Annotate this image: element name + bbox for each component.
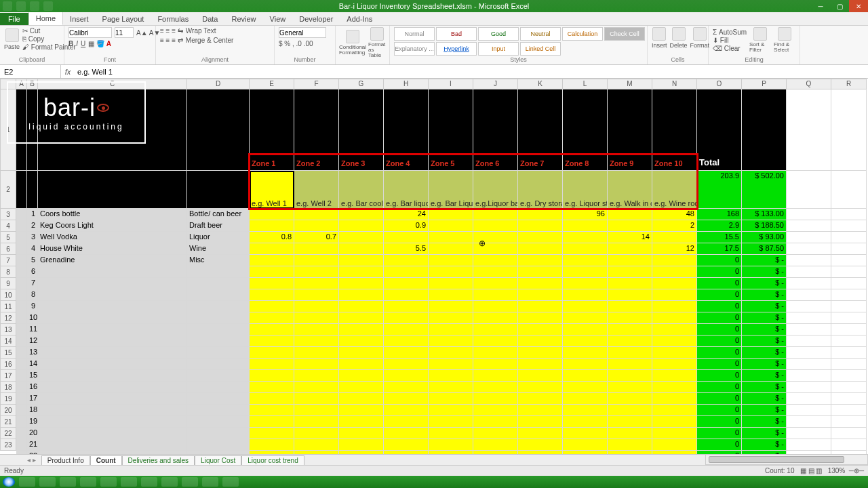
cell[interactable] xyxy=(339,243,384,255)
cell[interactable]: Zone 10 xyxy=(652,89,697,171)
start-button[interactable] xyxy=(3,477,15,487)
cell[interactable] xyxy=(787,382,831,393)
col-header-K[interactable]: K xyxy=(518,79,563,89)
cell[interactable] xyxy=(384,324,429,336)
cell[interactable] xyxy=(787,255,831,266)
cell[interactable] xyxy=(429,209,473,220)
cell[interactable]: $ - xyxy=(742,393,787,405)
cell[interactable]: e.g. Bar cooler xyxy=(339,171,384,209)
cell[interactable] xyxy=(831,89,867,171)
row-header-2[interactable]: 2 xyxy=(0,171,16,209)
conditional-formatting-button[interactable]: Conditional Formatting xyxy=(340,30,366,56)
cell[interactable]: 0 xyxy=(697,416,742,428)
cell[interactable] xyxy=(250,220,294,232)
fx-icon[interactable]: fx xyxy=(61,68,75,76)
cell[interactable]: 21 xyxy=(27,439,38,451)
cell[interactable] xyxy=(38,416,187,428)
cell[interactable]: 0 xyxy=(697,336,742,347)
cell[interactable] xyxy=(16,324,27,336)
cell[interactable] xyxy=(16,359,27,370)
cell[interactable] xyxy=(27,171,38,209)
cell[interactable]: $ - xyxy=(742,336,787,347)
cell[interactable] xyxy=(339,439,384,451)
cell[interactable] xyxy=(250,301,294,312)
cell[interactable] xyxy=(294,312,339,324)
cell[interactable] xyxy=(16,416,27,428)
cell[interactable] xyxy=(339,382,384,393)
cell[interactable] xyxy=(518,439,563,451)
cell[interactable] xyxy=(250,266,294,278)
cell[interactable] xyxy=(339,405,384,416)
cell[interactable]: 0 xyxy=(697,405,742,416)
cell[interactable] xyxy=(563,382,608,393)
cell[interactable] xyxy=(518,370,563,382)
cell[interactable] xyxy=(787,171,831,209)
cell[interactable] xyxy=(384,336,429,347)
cell[interactable]: $ - xyxy=(742,289,787,301)
tab-view[interactable]: View xyxy=(263,13,293,25)
cell[interactable] xyxy=(831,439,867,451)
cell[interactable]: Zone 9 xyxy=(608,89,652,171)
col-header-N[interactable]: N xyxy=(652,79,697,89)
cell[interactable] xyxy=(652,336,697,347)
cell[interactable] xyxy=(429,393,473,405)
cell[interactable]: $ 502.00 xyxy=(742,171,787,209)
cell[interactable]: 12 xyxy=(27,336,38,347)
cell[interactable] xyxy=(563,405,608,416)
cell[interactable] xyxy=(518,220,563,232)
cell[interactable]: Bottle/ can beer xyxy=(187,209,250,220)
row-header-9[interactable]: 9 xyxy=(0,278,16,289)
cell[interactable] xyxy=(473,232,518,243)
cell[interactable]: 12 xyxy=(652,243,697,255)
tab-data[interactable]: Data xyxy=(195,13,224,25)
col-header-P[interactable]: P xyxy=(742,79,787,89)
cell[interactable]: 0 xyxy=(697,382,742,393)
cell[interactable]: 17.5 xyxy=(697,243,742,255)
cell[interactable]: $ - xyxy=(742,405,787,416)
cell[interactable] xyxy=(294,220,339,232)
cell[interactable] xyxy=(16,439,27,451)
cell[interactable] xyxy=(250,370,294,382)
cell[interactable]: 0 xyxy=(697,266,742,278)
cell[interactable] xyxy=(250,428,294,439)
cell[interactable] xyxy=(652,370,697,382)
cell[interactable] xyxy=(429,220,473,232)
cell[interactable] xyxy=(339,220,384,232)
row-header-5[interactable]: 5 xyxy=(0,232,16,243)
cell[interactable] xyxy=(429,382,473,393)
cell[interactable] xyxy=(187,336,250,347)
cell[interactable] xyxy=(563,439,608,451)
cell[interactable] xyxy=(339,209,384,220)
cell[interactable] xyxy=(652,312,697,324)
cell[interactable] xyxy=(384,301,429,312)
tab-addins[interactable]: Add-Ins xyxy=(340,13,379,25)
cell[interactable]: $ - xyxy=(742,278,787,289)
cell[interactable]: 0 xyxy=(697,312,742,324)
cell[interactable] xyxy=(518,405,563,416)
taskbar-item[interactable] xyxy=(182,477,198,487)
cell[interactable] xyxy=(787,220,831,232)
cell[interactable] xyxy=(187,312,250,324)
cell[interactable] xyxy=(38,405,187,416)
cell[interactable] xyxy=(16,232,27,243)
cell[interactable] xyxy=(16,171,27,209)
cell[interactable] xyxy=(831,232,867,243)
row-header-23[interactable]: 23 xyxy=(0,439,16,451)
autosum-button[interactable]: Σ AutoSum xyxy=(713,28,747,36)
cell[interactable] xyxy=(518,393,563,405)
cell[interactable]: 19 xyxy=(27,416,38,428)
row-header-19[interactable]: 19 xyxy=(0,393,16,405)
cell[interactable] xyxy=(38,171,187,209)
cell[interactable]: 2 xyxy=(27,220,38,232)
row-header-4[interactable]: 4 xyxy=(0,220,16,232)
cell[interactable] xyxy=(608,393,652,405)
cell[interactable]: 14 xyxy=(608,232,652,243)
cell[interactable] xyxy=(518,416,563,428)
cell[interactable] xyxy=(187,405,250,416)
row-header-20[interactable]: 20 xyxy=(0,405,16,416)
save-icon[interactable] xyxy=(16,1,26,11)
cell[interactable] xyxy=(384,347,429,359)
cell[interactable] xyxy=(384,416,429,428)
cell[interactable] xyxy=(831,416,867,428)
taskbar-item[interactable] xyxy=(39,477,56,487)
